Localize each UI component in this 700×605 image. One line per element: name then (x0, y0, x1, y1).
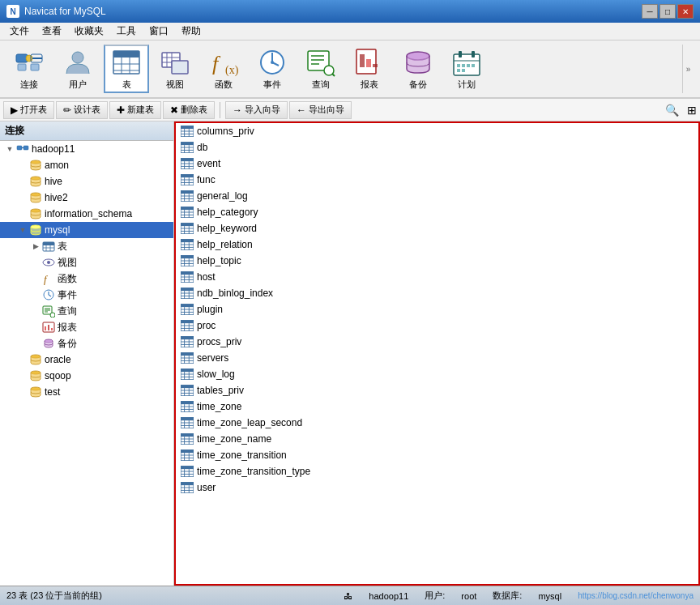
tree-item-mysql[interactable]: ▼ mysql (0, 222, 173, 238)
table-item-icon (181, 239, 194, 250)
btn-export-wizard[interactable]: ← 导出向导 (289, 101, 352, 119)
table-list-item[interactable]: general_log (176, 188, 698, 204)
table-list-item[interactable]: func (176, 172, 698, 188)
svg-rect-187 (181, 417, 194, 420)
svg-rect-33 (366, 59, 371, 67)
table-item-label: db (197, 142, 207, 153)
status-separator-icon: 🖧 (344, 591, 352, 601)
main-toolbar: 连接 用户 表 (0, 40, 700, 99)
tree-label-test: test (45, 386, 60, 398)
btn-open-table[interactable]: ▶ 打开表 (3, 101, 54, 119)
toolbar-report[interactable]: 报表 (347, 45, 392, 93)
tree-label-mysql-table: 表 (58, 240, 67, 254)
table-list-item[interactable]: tables_priv (176, 382, 698, 398)
toolbar-user[interactable]: 用户 (55, 45, 100, 93)
tree-item-mysql-event[interactable]: 事件 (0, 287, 173, 303)
tree-item-mysql-report[interactable]: 报表 (0, 319, 173, 335)
table-list-item[interactable]: servers (176, 350, 698, 366)
tree-item-test[interactable]: test (0, 384, 173, 400)
tree-item-mysql-query[interactable]: 查询 (0, 303, 173, 319)
table-list-item[interactable]: columns_priv (176, 123, 698, 139)
table-list-item[interactable]: help_relation (176, 236, 698, 253)
table-list-item[interactable]: time_zone_leap_second (176, 415, 698, 431)
tree-item-mysql-view[interactable]: 视图 (0, 254, 173, 271)
table-list-item[interactable]: proc (176, 317, 698, 334)
toolbar-schedule[interactable]: 计划 (444, 45, 489, 93)
table-list-item[interactable]: time_zone_transition (176, 447, 698, 463)
table-item-label: time_zone_transition_type (197, 466, 310, 477)
table-list-item[interactable]: user (176, 479, 698, 496)
svg-rect-39 (472, 51, 475, 58)
backup-folder-icon (42, 337, 55, 350)
table-list-item[interactable]: time_zone_transition_type (176, 463, 698, 479)
window-controls: ─ □ ✕ (642, 4, 694, 19)
menu-window[interactable]: 窗口 (143, 23, 175, 40)
toolbar-query[interactable]: 查询 (298, 45, 344, 93)
menu-favorites[interactable]: 收藏夹 (68, 23, 110, 40)
tree-item-mysql-table[interactable]: ▶ 表 (0, 238, 173, 254)
table-list-item[interactable]: event (176, 156, 698, 172)
search-icon[interactable]: 🔍 (664, 102, 681, 118)
btn-export-wizard-label: 导出向导 (309, 104, 344, 116)
svg-rect-169 (181, 369, 194, 372)
table-list-item[interactable]: help_category (176, 204, 698, 220)
btn-import-wizard[interactable]: → 导入向导 (225, 101, 288, 119)
tree-item-hadoop11[interactable]: ▼ hadoop11 (0, 141, 173, 157)
menu-tools[interactable]: 工具 (110, 23, 143, 40)
table-list-item[interactable]: slow_log (176, 366, 698, 382)
toolbar-connect[interactable]: 连接 (6, 45, 52, 93)
tree-label-information-schema: information_schema (45, 208, 132, 219)
tree-item-mysql-func[interactable]: f 函数 (0, 271, 173, 287)
tree-item-oracle[interactable]: oracle (0, 351, 173, 368)
btn-design-table-label: 设计表 (74, 104, 100, 116)
query-icon (306, 48, 335, 77)
table-list-item[interactable]: help_topic (176, 253, 698, 269)
table-list-item[interactable]: time_zone (176, 398, 698, 415)
database-icon (29, 175, 42, 188)
table-list-item[interactable]: time_zone_name (176, 431, 698, 447)
table-list-item[interactable]: ndb_binlog_index (176, 285, 698, 301)
event-folder-icon (42, 288, 55, 301)
table-list-item[interactable]: host (176, 269, 698, 285)
tree-item-hive[interactable]: hive (0, 173, 173, 190)
toolbar-function[interactable]: f (x) 函数 (201, 45, 246, 93)
toolbar-view-label: 视图 (166, 79, 184, 91)
toolbar-backup[interactable]: 备份 (395, 45, 441, 93)
table-item-label: ndb_binlog_index (197, 288, 273, 299)
toolbar-user-label: 用户 (69, 79, 87, 91)
table-list-item[interactable]: db (176, 139, 698, 156)
tree-item-mysql-backup[interactable]: 备份 (0, 335, 173, 351)
func-folder-icon: f (42, 272, 55, 285)
btn-delete-table[interactable]: ✖ 删除表 (163, 101, 215, 119)
svg-rect-43 (472, 64, 475, 67)
svg-rect-73 (51, 328, 53, 330)
toolbar-more[interactable]: » (682, 45, 694, 93)
svg-rect-211 (181, 482, 194, 485)
maximize-button[interactable]: □ (659, 4, 676, 19)
table-list-item[interactable]: procs_priv (176, 334, 698, 350)
tree-item-hive2[interactable]: hive2 (0, 190, 173, 206)
tree-item-amon[interactable]: amon (0, 157, 173, 173)
toolbar-view[interactable]: 视图 (152, 45, 198, 93)
close-button[interactable]: ✕ (677, 4, 694, 19)
sidebar: 连接 ▼ hadoop11 (0, 121, 174, 586)
grid-view-icon[interactable]: ⊞ (687, 104, 697, 117)
svg-rect-42 (467, 64, 470, 67)
minimize-button[interactable]: ─ (642, 4, 658, 19)
toolbar-table[interactable]: 表 (104, 45, 149, 93)
table-item-label: func (197, 174, 216, 185)
menu-file[interactable]: 文件 (3, 23, 36, 40)
table-item-label: servers (197, 352, 228, 364)
menu-help[interactable]: 帮助 (175, 23, 207, 40)
menu-view[interactable]: 查看 (36, 23, 68, 40)
table-item-icon (181, 174, 194, 185)
user-icon (63, 48, 92, 77)
tree-item-information-schema[interactable]: information_schema (0, 206, 173, 222)
table-list-item[interactable]: plugin (176, 301, 698, 317)
btn-design-table[interactable]: ✏ 设计表 (56, 101, 108, 119)
tree-item-sqoop[interactable]: sqoop (0, 368, 173, 384)
btn-new-table[interactable]: ✚ 新建表 (109, 101, 161, 119)
table-list-item[interactable]: help_keyword (176, 220, 698, 236)
tree-label-mysql-event: 事件 (58, 288, 77, 302)
toolbar-event[interactable]: 事件 (250, 45, 295, 93)
